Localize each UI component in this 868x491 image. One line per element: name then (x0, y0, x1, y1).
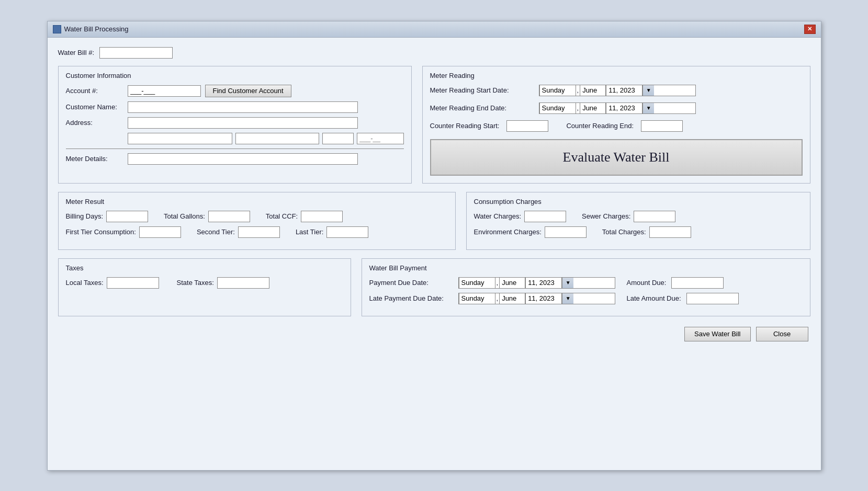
billing-days-input[interactable] (106, 211, 148, 222)
start-day-input[interactable] (539, 85, 576, 96)
city-input[interactable] (128, 133, 232, 144)
due-date-group: , ▼ (458, 277, 615, 289)
late-amount-input[interactable] (686, 293, 739, 304)
late-due-date-group: , ▼ (458, 293, 615, 304)
env-charges-input[interactable] (545, 226, 587, 238)
water-charges-input[interactable] (524, 211, 566, 222)
end-date-input[interactable] (606, 102, 642, 114)
counter-start-input[interactable] (506, 120, 548, 132)
find-customer-button[interactable]: Find Customer Account (205, 85, 291, 97)
window-title: Water Bill Processing (64, 25, 129, 33)
start-date-group: , ▼ (539, 85, 696, 96)
payment-title: Water Bill Payment (369, 264, 803, 272)
late-sep: , (495, 294, 500, 302)
total-charges-label: Total Charges: (602, 228, 646, 236)
env-charges-label: Environment Charges: (474, 228, 542, 236)
state-taxes-input[interactable] (217, 277, 269, 289)
local-taxes-label: Local Taxes: (66, 279, 104, 287)
end-month-input[interactable] (580, 102, 606, 114)
address-label: Address: (66, 119, 123, 127)
start-date-input[interactable] (606, 85, 642, 96)
due-sep: , (495, 279, 500, 287)
counter-end-input[interactable] (641, 120, 683, 132)
meter-result-title: Meter Result (66, 198, 448, 205)
first-tier-input[interactable] (139, 226, 181, 238)
billing-days-label: Billing Days: (66, 212, 104, 220)
total-gallons-input[interactable] (208, 211, 250, 222)
late-amount-label: Late Amount Due: (627, 294, 681, 302)
consumption-charges-panel: Consumption Charges Water Charges: Sewer… (466, 192, 810, 250)
taxes-panel: Taxes Local Taxes: State Taxes: (58, 258, 351, 316)
due-date-label: Payment Due Date: (369, 279, 453, 287)
last-tier-label: Last Tier: (296, 228, 323, 236)
taxes-title: Taxes (66, 264, 343, 272)
water-bill-label: Water Bill #: (58, 49, 95, 56)
payment-panel: Water Bill Payment Payment Due Date: , ▼… (362, 258, 810, 316)
counter-start-label: Counter Reading Start: (430, 122, 500, 130)
start-sep1: , (576, 86, 580, 94)
sewer-charges-label: Sewer Charges: (582, 212, 630, 220)
meter-result-panel: Meter Result Billing Days: Total Gallons… (58, 192, 456, 250)
meter-reading-title: Meter Reading (430, 72, 803, 79)
meter-details-label: Meter Details: (66, 155, 123, 163)
customer-name-label: Customer Name: (66, 103, 123, 111)
late-date-input[interactable] (525, 293, 562, 304)
late-day-input[interactable] (459, 293, 495, 304)
end-sep1: , (576, 104, 580, 112)
end-day-input[interactable] (539, 102, 576, 114)
due-day-input[interactable] (459, 277, 495, 289)
end-date-group: , ▼ (539, 102, 696, 114)
consumption-title: Consumption Charges (474, 198, 803, 205)
close-button[interactable]: Close (756, 327, 808, 341)
second-tier-label: Second Tier: (197, 228, 235, 236)
late-date-cal-button[interactable]: ▼ (562, 293, 573, 304)
first-tier-label: First Tier Consumption: (66, 228, 136, 236)
total-ccf-label: Total CCF: (266, 212, 298, 220)
amount-due-input[interactable] (671, 277, 724, 289)
total-gallons-label: Total Gallons: (164, 212, 205, 220)
customer-name-input[interactable] (128, 101, 358, 113)
last-tier-input[interactable] (326, 226, 368, 238)
total-charges-input[interactable] (649, 226, 691, 238)
end-date-label: Meter Reading End Date: (430, 104, 535, 112)
total-ccf-input[interactable] (301, 211, 343, 222)
local-taxes-input[interactable] (107, 277, 159, 289)
late-month-input[interactable] (499, 293, 525, 304)
meter-details-input[interactable] (128, 153, 358, 165)
state-taxes-label: State Taxes: (177, 279, 214, 287)
sewer-charges-input[interactable] (634, 211, 675, 222)
app-icon (53, 25, 61, 33)
close-window-button[interactable]: ✕ (804, 25, 816, 34)
zip-ext-input[interactable] (357, 133, 404, 144)
water-bill-input[interactable] (99, 47, 173, 59)
counter-end-label: Counter Reading End: (566, 122, 634, 130)
second-tier-input[interactable] (238, 226, 280, 238)
save-water-bill-button[interactable]: Save Water Bill (684, 327, 750, 341)
start-date-label: Meter Reading Start Date: (430, 86, 535, 94)
state-input[interactable] (235, 133, 319, 144)
amount-due-label: Amount Due: (627, 279, 667, 287)
due-date-cal-button[interactable]: ▼ (562, 278, 573, 288)
water-charges-label: Water Charges: (474, 212, 522, 220)
zip-input[interactable] (322, 133, 354, 144)
start-date-cal-button[interactable]: ▼ (642, 85, 654, 96)
meter-reading-panel: Meter Reading Meter Reading Start Date: … (422, 66, 810, 184)
customer-info-title: Customer Information (66, 72, 404, 79)
late-due-date-label: Late Payment Due Date: (369, 294, 453, 302)
due-date-input[interactable] (525, 277, 562, 289)
title-bar: Water Bill Processing ✕ (48, 21, 821, 38)
due-month-input[interactable] (499, 277, 525, 289)
start-month-input[interactable] (580, 85, 606, 96)
customer-info-panel: Customer Information Account #: Find Cus… (58, 66, 412, 184)
account-label: Account #: (66, 87, 123, 95)
evaluate-water-bill-button[interactable]: Evaluate Water Bill (430, 139, 803, 176)
account-number-input[interactable] (128, 85, 201, 97)
end-date-cal-button[interactable]: ▼ (642, 103, 654, 113)
address-input[interactable] (128, 117, 358, 129)
